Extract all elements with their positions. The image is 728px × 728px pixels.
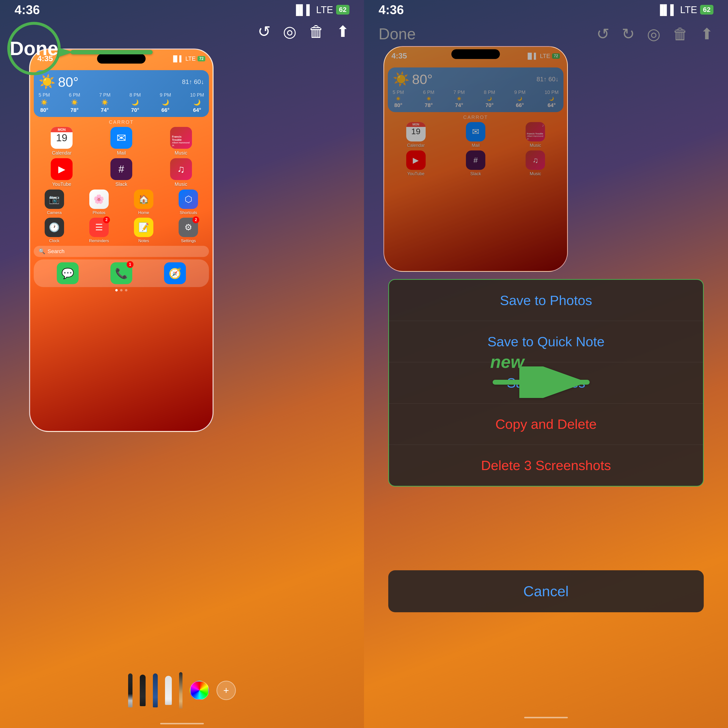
weather-hour-5pm: 5 PM ☀️ 80° xyxy=(38,92,50,113)
reminders-badge: 2 xyxy=(103,216,110,223)
home-house-icon: 🏠 xyxy=(138,194,149,204)
dot-2 xyxy=(120,289,122,291)
tool-pencil[interactable] xyxy=(179,672,182,708)
signal-icon: ▐▌▌ xyxy=(292,5,313,15)
menu-save-quick-note[interactable]: Save to Quick Note xyxy=(389,321,703,362)
shortcuts-icon: ⬡ xyxy=(179,190,198,209)
photos-flower-icon: 🌸 xyxy=(93,194,104,204)
phone-icon: 📞 xyxy=(115,268,128,279)
right-redo-icon[interactable]: ↻ xyxy=(622,25,635,43)
app-clock[interactable]: 🕐 Clock xyxy=(34,218,75,243)
safari-icon: 🧭 xyxy=(169,268,181,279)
phone-lte-left: LTE xyxy=(185,55,196,62)
temperature-value: 80° xyxy=(58,74,79,90)
youtube-play-icon: ▶ xyxy=(58,164,65,174)
share-icon[interactable]: ⬆ xyxy=(336,23,349,41)
app-notes[interactable]: 📝 Notes xyxy=(123,218,164,243)
right-status-icons: ▐▌▌ LTE 62 xyxy=(656,5,713,15)
weather-sun-icon: ☀️ xyxy=(38,74,55,90)
add-tool-button[interactable]: + xyxy=(216,681,236,700)
app-music[interactable]: ♪ Francis Trouble Albert Hammond Jr. Mus… xyxy=(153,127,209,156)
tool-marker[interactable] xyxy=(140,674,145,706)
green-arrow-left xyxy=(58,38,155,68)
page-dots xyxy=(30,289,213,291)
right-toolbar-icons: ↺ ↻ ◎ 🗑 ⬆ xyxy=(428,25,713,43)
dock-messages[interactable]: 💬 xyxy=(57,262,79,284)
music-label: Music xyxy=(175,150,187,156)
search-icon: 🔍 xyxy=(38,248,45,255)
app-calendar[interactable]: MON 19 Calendar xyxy=(34,127,90,156)
menu-delete-screenshots[interactable]: Delete 3 Screenshots xyxy=(389,445,703,486)
markup-icon[interactable]: ◎ xyxy=(283,23,297,41)
color-wheel[interactable] xyxy=(190,681,209,700)
app-mail[interactable]: ✉ Mail xyxy=(93,127,150,156)
clock-face-icon: 🕐 xyxy=(49,222,60,232)
mail-icon: ✉ xyxy=(110,127,132,149)
done-circle-label: Done xyxy=(10,37,58,60)
left-panel: 4:36 ▐▌▌ LTE 62 ↺ ◎ 🗑 ⬆ Done xyxy=(0,0,364,728)
phone-screenshot-left: 4:35 ▐▌▌ LTE 72 ☀️ 80° 81↑ 60↓ 5 PM ☀️ 8 xyxy=(29,49,214,432)
weather-temp: ☀️ 80° xyxy=(38,74,79,90)
app-photos[interactable]: 🌸 Photos xyxy=(78,190,119,215)
dock-safari[interactable]: 🧭 xyxy=(164,262,186,284)
right-home-indicator xyxy=(524,717,568,718)
clock-label: Clock xyxy=(49,239,60,243)
music-icon: ♪ Francis Trouble Albert Hammond Jr. xyxy=(170,127,192,149)
dot-1 xyxy=(115,289,118,291)
youtube-icon: ▶ xyxy=(51,158,73,180)
carrot-label: CARROT xyxy=(30,119,213,125)
cancel-button[interactable]: Cancel xyxy=(388,570,704,612)
drawing-tools: + xyxy=(0,667,364,713)
search-bar[interactable]: 🔍 Search xyxy=(34,246,209,257)
tool-pen[interactable] xyxy=(128,673,133,707)
undo-icon[interactable]: ↺ xyxy=(258,23,271,41)
shortcuts-squares-icon: ⬡ xyxy=(185,194,192,204)
camera-lens-icon: 📷 xyxy=(49,194,60,204)
app-settings[interactable]: ⚙ 2 Settings xyxy=(168,218,209,243)
blue-marker-shape xyxy=(153,673,158,707)
right-done-button[interactable]: Done xyxy=(379,25,416,43)
app-shortcuts[interactable]: ⬡ Shortcuts xyxy=(168,190,209,215)
app-camera[interactable]: 📷 Camera xyxy=(34,190,75,215)
weather-hour-6pm: 6 PM ☀️ 78° xyxy=(69,92,80,113)
menu-copy-delete[interactable]: Copy and Delete xyxy=(389,404,703,445)
battery-badge: 62 xyxy=(336,5,349,15)
clock-icon: 🕐 xyxy=(44,218,64,237)
dot-3 xyxy=(125,289,127,291)
app-reminders[interactable]: ☰ 2 Reminders xyxy=(78,218,119,243)
right-signal-icon: ▐▌▌ xyxy=(656,5,677,15)
reminders-list-icon: ☰ xyxy=(95,222,103,232)
settings-gear-icon: ⚙ xyxy=(184,222,192,232)
lte-label: LTE xyxy=(316,5,333,15)
phone-status-icons-left: ▐▌▌ LTE 72 xyxy=(171,55,205,62)
plus-icon: + xyxy=(223,685,229,696)
right-share-icon[interactable]: ⬆ xyxy=(700,25,713,43)
right-status-bar: 4:36 ▐▌▌ LTE 62 xyxy=(364,0,728,20)
app-row-1: MON 19 Calendar ✉ Mail ♪ Francis Trouble xyxy=(30,127,213,156)
done-circle[interactable]: Done xyxy=(7,22,61,75)
cancel-label: Cancel xyxy=(523,583,569,600)
mail-envelope-icon: ✉ xyxy=(116,131,126,145)
right-undo-icon[interactable]: ↺ xyxy=(596,25,610,43)
toolbar-icons: ↺ ◎ 🗑 ⬆ xyxy=(187,23,349,41)
app-youtube[interactable]: ▶ YouTube xyxy=(34,158,90,187)
right-lte-label: LTE xyxy=(680,5,697,15)
photos-label: Photos xyxy=(92,210,105,215)
tool-eraser[interactable] xyxy=(165,676,172,705)
right-delete-icon[interactable]: 🗑 xyxy=(673,25,688,43)
save-quick-note-label: Save to Quick Note xyxy=(488,334,604,349)
home-icon: 🏠 xyxy=(134,190,153,209)
delete-icon[interactable]: 🗑 xyxy=(309,23,324,41)
right-toolbar: Done ↺ ↻ ◎ 🗑 ⬆ xyxy=(364,15,728,54)
settings-badge: 2 xyxy=(193,216,199,223)
tool-blue-marker[interactable] xyxy=(153,673,158,707)
weather-range: 81↑ 60↓ xyxy=(182,78,204,86)
photos-icon: 🌸 xyxy=(89,190,109,209)
copy-delete-label: Copy and Delete xyxy=(495,416,596,432)
menu-save-photos[interactable]: Save to Photos xyxy=(389,280,703,321)
app-music2[interactable]: ♫ Music xyxy=(153,158,209,187)
app-slack[interactable]: # Slack xyxy=(93,158,150,187)
phone-badge: 1 xyxy=(127,261,133,268)
right-markup-icon[interactable]: ◎ xyxy=(647,25,661,43)
app-home[interactable]: 🏠 Home xyxy=(123,190,164,215)
